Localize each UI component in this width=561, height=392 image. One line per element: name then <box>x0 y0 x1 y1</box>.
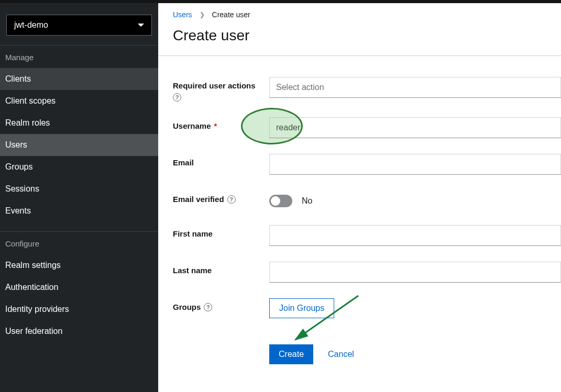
username-input[interactable] <box>269 117 561 138</box>
create-button[interactable]: Create <box>269 344 313 364</box>
sidebar-item-users[interactable]: Users <box>0 134 158 156</box>
help-icon[interactable]: ? <box>173 93 181 102</box>
first-name-input[interactable] <box>269 225 561 246</box>
sidebar-item-sessions[interactable]: Sessions <box>0 178 158 200</box>
email-input[interactable] <box>269 154 561 175</box>
required-actions-label: Required user actions ? <box>173 77 269 102</box>
main-content: Users ❯ Create user Create user Required… <box>158 3 561 392</box>
email-verified-toggle[interactable] <box>269 195 292 207</box>
create-user-form: Required user actions ? Select action Us… <box>158 56 561 385</box>
required-marker: * <box>214 121 217 130</box>
breadcrumb: Users ❯ Create user <box>173 10 546 19</box>
required-actions-select[interactable]: Select action <box>269 77 561 98</box>
last-name-input[interactable] <box>269 262 561 283</box>
email-verified-state: No <box>302 196 312 206</box>
breadcrumb-parent-link[interactable]: Users <box>173 10 192 19</box>
sidebar-item-realm-roles[interactable]: Realm roles <box>0 112 158 134</box>
chevron-down-icon <box>138 24 144 27</box>
sidebar-item-authentication[interactable]: Authentication <box>0 276 158 298</box>
sidebar-section-configure: Configure <box>0 231 158 254</box>
help-icon[interactable]: ? <box>204 303 212 311</box>
groups-label: Groups ? <box>173 298 269 311</box>
cancel-button[interactable]: Cancel <box>328 350 354 359</box>
realm-selector[interactable]: jwt-demo <box>6 15 152 36</box>
email-label: Email <box>173 154 269 167</box>
realm-selector-label: jwt-demo <box>14 20 48 30</box>
sidebar-item-events[interactable]: Events <box>0 200 158 222</box>
first-name-label: First name <box>173 225 269 238</box>
help-icon[interactable]: ? <box>227 195 236 204</box>
chevron-right-icon: ❯ <box>200 11 205 18</box>
sidebar-item-clients[interactable]: Clients <box>0 68 158 90</box>
sidebar-section-manage: Manage <box>0 45 158 68</box>
email-verified-label: Email verified ? <box>173 191 269 204</box>
join-groups-button[interactable]: Join Groups <box>269 298 334 318</box>
breadcrumb-current: Create user <box>212 10 250 19</box>
sidebar-item-realm-settings[interactable]: Realm settings <box>0 254 158 276</box>
sidebar: jwt-demo Manage Clients Client scopes Re… <box>0 3 158 392</box>
page-title: Create user <box>173 27 546 44</box>
sidebar-item-client-scopes[interactable]: Client scopes <box>0 90 158 112</box>
username-label: Username * <box>173 117 269 130</box>
toggle-knob <box>271 196 280 206</box>
last-name-label: Last name <box>173 262 269 275</box>
sidebar-item-identity-providers[interactable]: Identity providers <box>0 298 158 320</box>
sidebar-item-user-federation[interactable]: User federation <box>0 320 158 342</box>
sidebar-item-groups[interactable]: Groups <box>0 156 158 178</box>
